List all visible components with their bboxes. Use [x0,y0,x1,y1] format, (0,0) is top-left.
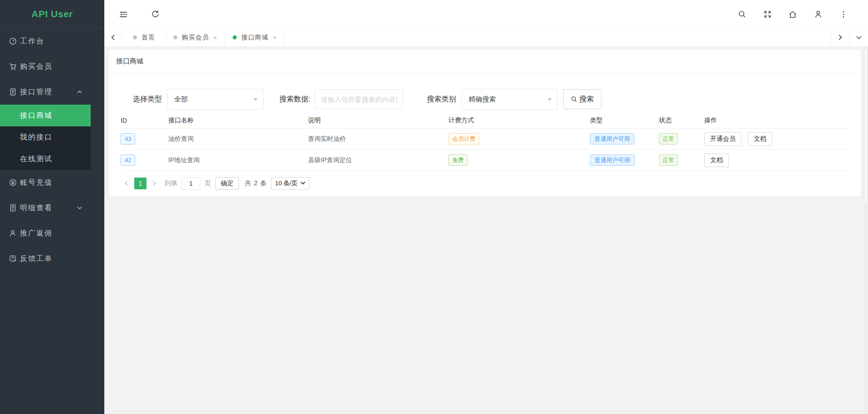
billing-badge: 会员计费 [449,133,479,144]
more-menu-button[interactable] [831,0,856,29]
user-menu-button[interactable] [805,0,831,29]
sidebar-item-label: 账号充值 [20,178,53,188]
type-badge: 普通用户可用 [590,154,634,166]
filter-bar: 选择类型 全部 搜索数据: 搜索类别 精确搜索 搜索 [109,89,861,110]
goto-suffix-label: 页 [205,179,211,188]
column-header-desc: 说明 [308,113,449,128]
fullscreen-button[interactable] [755,0,780,29]
sidebar: API User 工作台 购买会员 接口管理 接口商城 [0,0,104,414]
feedback-icon [9,255,17,263]
tab-label: 购买会员 [182,34,209,42]
id-badge: 43 [121,133,135,144]
sidebar-item-label: 明细查看 [20,203,53,213]
sidebar-item-label: 推广返佣 [20,229,53,238]
sidebar-item-workbench[interactable]: 工作台 [0,29,91,54]
page-title: 接口商城 [109,50,861,72]
close-icon[interactable]: × [273,34,277,41]
search-input[interactable] [315,89,403,109]
sidebar-item-buy-membership[interactable]: 购买会员 [0,54,91,79]
api-name-cell: IP地址查询 [168,149,308,171]
column-header-billing: 计费方式 [449,113,590,128]
column-header-type: 类型 [590,113,659,128]
sidebar-item-online-test[interactable]: 在线测试 [0,148,91,170]
sidebar-item-feedback-ticket[interactable]: 反馈工单 [0,246,91,271]
column-header-id: ID [121,113,168,128]
docs-button[interactable]: 文档 [704,154,729,167]
next-page-button[interactable] [151,181,157,186]
confirm-page-button[interactable]: 确定 [215,177,239,190]
search-data-label: 搜索数据: [279,95,310,104]
table-row: 42 IP地址查询 县级IP查询定位 免费 普通用户可用 正常 文档 [121,149,849,171]
sidebar-item-promotion-rebate[interactable]: 推广返佣 [0,221,91,246]
tab-buy-membership[interactable]: 购买会员 × [166,29,225,46]
type-select[interactable]: 全部 [167,89,263,110]
chevron-right-icon [151,181,157,186]
tab-home[interactable]: 首页 [122,29,166,46]
sidebar-item-api-management[interactable]: 接口管理 [0,79,91,105]
sidebar-item-label: 购买会员 [20,62,53,72]
caret-down-icon [547,98,552,101]
search-button[interactable]: 搜索 [563,89,601,109]
home-button[interactable] [780,0,805,29]
docs-button[interactable]: 文档 [748,132,772,146]
sidebar-item-label: 接口商城 [20,111,53,120]
tab-dot [133,35,137,39]
prev-page-button[interactable] [124,181,129,186]
tab-label: 接口商城 [241,34,268,42]
fullscreen-icon [763,10,772,19]
sidebar-toggle-button[interactable] [104,0,142,29]
search-button-top[interactable] [729,0,755,29]
api-table: ID 接口名称 说明 计费方式 类型 状态 操作 43 油价查询 查询实时油价 … [121,113,849,171]
dashboard-icon [9,38,17,45]
sidebar-item-my-apis[interactable]: 我的接口 [0,126,91,148]
page-number-button[interactable]: 1 [134,178,146,189]
tab-bar: 首页 购买会员 × 接口商城 × [104,29,868,47]
sidebar-submenu-api-management: 接口商城 我的接口 在线测试 [0,105,91,170]
chevron-right-icon [837,34,843,40]
more-icon [839,10,848,19]
api-desc-cell: 查询实时油价 [308,128,449,149]
sidebar-item-label: 工作台 [20,37,44,46]
yuan-icon [9,179,17,187]
page-size-value: 10 条/页 [275,179,298,188]
tabs-menu-button[interactable] [849,29,868,46]
sidebar-item-label: 在线测试 [20,154,53,164]
window-scrollbar-track[interactable] [863,47,868,414]
tabs-scroll-left-button[interactable] [104,29,122,46]
sidebar-item-detail-view[interactable]: 明细查看 [0,195,91,221]
sidebar-item-account-recharge[interactable]: 账号充值 [0,170,91,195]
sidebar-item-api-mall[interactable]: 接口商城 [0,105,91,126]
tab-label: 首页 [141,34,155,42]
column-header-actions: 操作 [704,113,849,128]
window-scrollbar-thumb[interactable] [864,48,868,204]
chevron-up-icon [77,89,83,95]
chevron-down-icon [301,182,305,185]
close-icon[interactable]: × [213,34,217,41]
status-badge: 正常 [659,133,678,144]
home-icon [788,10,797,19]
billing-badge: 免费 [449,154,468,166]
goto-prefix-label: 到第 [165,179,177,188]
page-size-select[interactable]: 10 条/页 [271,177,310,190]
chevron-down-icon [77,205,83,211]
api-mall-card: 接口商城 选择类型 全部 搜索数据: 搜索类别 精确搜索 搜索 [109,50,861,196]
column-header-status: 状态 [659,113,704,128]
cart-icon [9,63,17,71]
search-icon [738,10,746,19]
sidebar-menu: 工作台 购买会员 接口管理 接口商城 我的接口 在线测 [0,29,104,271]
goto-page-input[interactable] [181,177,200,190]
sidebar-item-label: 反馈工单 [20,254,53,264]
search-button-label: 搜索 [579,95,594,104]
sidebar-item-label: 接口管理 [20,87,53,97]
search-icon [571,96,577,102]
total-count-label: 共 2 条 [245,179,267,188]
tab-api-mall[interactable]: 接口商城 × [225,29,285,46]
api-desc-cell: 县级IP查询定位 [308,149,449,171]
document-icon [9,88,17,96]
tabs-scroll-right-button[interactable] [831,29,849,46]
search-category-select[interactable]: 精确搜索 [462,89,558,110]
open-membership-button[interactable]: 开通会员 [704,132,741,146]
refresh-button[interactable] [142,0,168,29]
chevron-left-icon [110,34,116,40]
search-category-value: 精确搜索 [468,95,496,104]
